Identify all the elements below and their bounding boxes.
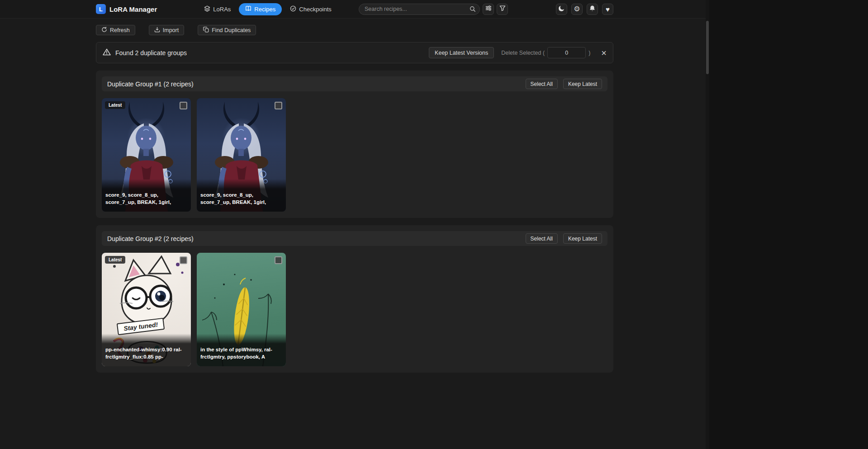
find-duplicates-button[interactable]: Find Duplicates (198, 25, 256, 35)
keep-latest-button[interactable]: Keep Latest (563, 79, 602, 89)
import-icon (154, 27, 160, 34)
bell-icon (589, 5, 596, 14)
app-title: LoRA Manager (109, 5, 157, 13)
keep-latest-versions-button[interactable]: Keep Latest Versions (429, 47, 494, 58)
caption-fade (102, 179, 191, 189)
notifications-button[interactable] (587, 4, 598, 15)
card-checkbox[interactable] (275, 102, 282, 109)
layers-icon (204, 5, 210, 13)
select-all-button[interactable]: Select All (526, 233, 558, 244)
recipe-caption: pp-enchanted-whimsy:0.90 ral-frctlgmtry_… (102, 344, 191, 366)
adjustments-button[interactable] (483, 4, 494, 15)
funnel-icon (499, 5, 506, 13)
delete-selected-count-input[interactable] (547, 47, 586, 58)
recipe-card[interactable]: in the style of ppWhimsy, ral-frctlgmtry… (197, 253, 286, 366)
recipe-card[interactable]: Latest score_9, score_8_up, score_7_up, … (102, 98, 191, 212)
card-checkbox[interactable] (180, 102, 187, 109)
duplicate-group-panel-1: Duplicate Group #1 (2 recipes) Select Al… (96, 71, 613, 218)
gear-icon: ⚙ (574, 5, 580, 13)
delete-selected-label: Delete Selected ( (501, 50, 545, 56)
caption-fade (102, 334, 191, 344)
recipe-caption: score_9, score_8_up, score_7_up, BREAK, … (102, 189, 191, 212)
recipes-toolbar: Refresh Import Find Duplicates (96, 25, 613, 35)
sliders-icon (485, 5, 492, 13)
card-checkbox[interactable] (275, 256, 282, 264)
delete-selected-group: Delete Selected ( ) (501, 47, 590, 58)
check-circle-icon (290, 5, 296, 13)
app-logo-icon: L (96, 4, 106, 14)
nav-item-loras[interactable]: LoRAs (200, 3, 234, 15)
group-header: Duplicate Group #1 (2 recipes) Select Al… (102, 76, 607, 91)
nav-item-recipes[interactable]: Recipes (239, 3, 282, 15)
theme-toggle-button[interactable] (556, 4, 567, 15)
recipe-card[interactable]: score_9, score_8_up, score_7_up, BREAK, … (197, 98, 286, 212)
card-checkbox[interactable] (180, 256, 187, 264)
scrollbar[interactable] (706, 0, 709, 449)
brand: L LoRA Manager (96, 4, 157, 14)
import-button[interactable]: Import (149, 25, 184, 35)
search-input[interactable] (359, 4, 480, 15)
latest-badge: Latest (105, 256, 125, 264)
import-button-label: Import (163, 27, 179, 33)
close-alert-icon[interactable]: × (601, 48, 607, 57)
refresh-button-label: Refresh (110, 27, 130, 33)
group-title: Duplicate Group #1 (2 recipes) (107, 80, 194, 88)
latest-badge: Latest (105, 101, 125, 109)
nav-item-checkpoints[interactable]: Checkpoints (286, 3, 335, 15)
search-icon[interactable] (470, 6, 476, 14)
nav-item-label: Recipes (254, 6, 275, 13)
find-duplicates-button-label: Find Duplicates (212, 27, 251, 33)
navbar: L LoRA Manager LoRAs Recipes Checkpoints (0, 0, 709, 19)
moon-icon (558, 5, 565, 14)
app-window: L LoRA Manager LoRAs Recipes Checkpoints (0, 0, 709, 449)
refresh-button[interactable]: Refresh (96, 25, 135, 35)
recipe-card[interactable]: Stay tuned! Latest pp-enchanted-whimsy:0… (102, 253, 191, 366)
alert-message: Found 2 duplicate groups (115, 49, 187, 57)
group-header: Duplicate Group #2 (2 recipes) Select Al… (102, 231, 607, 246)
recipe-caption: in the style of ppWhimsy, ral-frctlgmtry… (197, 344, 286, 366)
warning-icon (103, 48, 111, 57)
book-icon (245, 5, 251, 13)
recipe-caption: score_9, score_8_up, score_7_up, BREAK, … (197, 189, 286, 212)
copy-icon (203, 27, 209, 34)
navbar-actions: ⚙ ♥ (556, 4, 613, 15)
duplicate-group-panel-2: Duplicate Group #2 (2 recipes) Select Al… (96, 225, 613, 373)
main-nav: LoRAs Recipes Checkpoints (200, 3, 335, 15)
nav-item-label: Checkpoints (299, 6, 332, 13)
scrollbar-thumb[interactable] (706, 21, 709, 74)
heart-icon: ♥ (606, 6, 610, 13)
search-cluster (359, 4, 508, 15)
filter-button[interactable] (497, 4, 508, 15)
caption-fade (197, 179, 286, 189)
refresh-icon (101, 27, 107, 34)
nav-item-label: LoRAs (213, 6, 231, 13)
favorites-button[interactable]: ♥ (602, 4, 613, 15)
group-title: Duplicate Group #2 (2 recipes) (107, 235, 194, 242)
duplicates-alert: Found 2 duplicate groups Keep Latest Ver… (96, 42, 613, 63)
keep-latest-button[interactable]: Keep Latest (563, 233, 602, 244)
caption-fade (197, 334, 286, 344)
settings-button[interactable]: ⚙ (571, 4, 583, 15)
select-all-button[interactable]: Select All (526, 79, 558, 89)
delete-selected-suffix: ) (588, 50, 590, 56)
